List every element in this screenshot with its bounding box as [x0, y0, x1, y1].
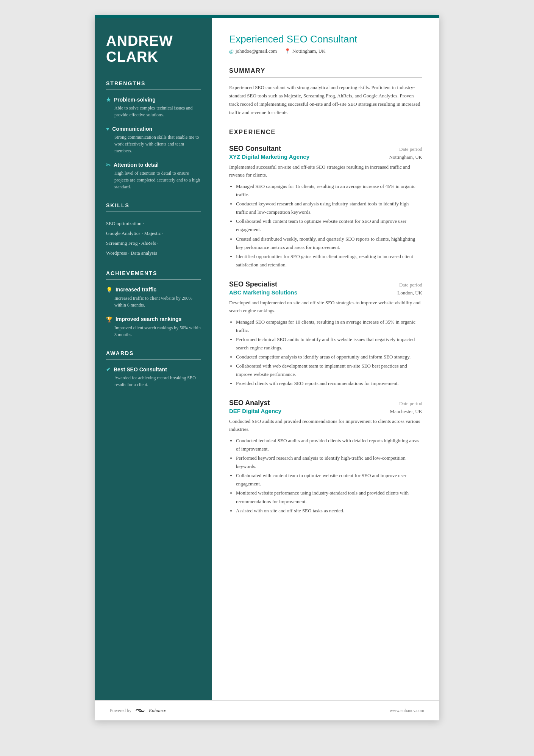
strengths-divider: [106, 89, 201, 90]
job-2-title: SEO Specialist: [229, 280, 277, 288]
job-2-header: SEO Specialist Date period: [229, 280, 422, 288]
email-icon: @: [229, 48, 234, 54]
job-1-bullets: Managed SEO campaigns for 15 clients, re…: [229, 182, 422, 269]
contact-row: @ johndoe@gmail.com 📍 Nottingham, UK: [229, 48, 422, 54]
job-3: SEO Analyst Date period DEF Digital Agen…: [229, 399, 422, 515]
job-1-intro: Implemented successful on-site and off-s…: [229, 163, 422, 179]
strength-desc-1: Able to solve complex technical issues a…: [106, 105, 201, 118]
strengths-section-title: STRENGTHS: [106, 80, 201, 86]
skills-section-title: SKILLS: [106, 202, 201, 208]
contact-email: @ johndoe@gmail.com: [229, 48, 277, 54]
achievement-item-1: 💡 Increased traffic Increased traffic to…: [106, 286, 201, 308]
job-2-company: ABC Marketing Solutions: [229, 289, 297, 296]
job-2-intro: Developed and implemented on-site and of…: [229, 299, 422, 315]
brand-name: Enhancv: [149, 707, 166, 714]
job-3-company-row: DEF Digital Agency Manchester, UK: [229, 408, 422, 415]
job-3-location: Manchester, UK: [390, 409, 422, 415]
skill-1: SEO optimization ·: [106, 219, 201, 229]
strength-desc-2: Strong communication skills that enable …: [106, 134, 201, 154]
job-1-location: Nottingham, UK: [389, 154, 422, 160]
achievement-desc-1: Increased traffic to client website by 2…: [106, 295, 201, 308]
contact-location: 📍 Nottingham, UK: [284, 48, 325, 54]
strength-title-2: ♥ Communication: [106, 126, 201, 132]
skill-3: Screaming Frog · AhRefs ·: [106, 238, 201, 248]
checkmark-icon: ✔: [106, 366, 111, 373]
job-3-bullets: Conducted technical SEO audits and provi…: [229, 437, 422, 515]
job-2-bullet-3: Conducted competitor analysis to identif…: [236, 353, 422, 361]
resume-wrapper: ANDREWCLARK STRENGTHS ★ Problem-solving …: [95, 15, 439, 720]
job-2: SEO Specialist Date period ABC Marketing…: [229, 280, 422, 388]
achievement-label-2: Improved search rankings: [116, 316, 181, 322]
job-1-bullet-2: Conducted keyword research and analysis …: [236, 200, 422, 216]
job-3-title: SEO Analyst: [229, 399, 270, 407]
experience-section-title: EXPERIENCE: [229, 129, 422, 136]
candidate-name: ANDREWCLARK: [106, 33, 201, 65]
job-3-date: Date period: [399, 401, 422, 407]
job-3-bullet-2: Performed keyword research and analysis …: [236, 454, 422, 471]
achievements-divider: [106, 279, 201, 280]
job-2-bullets: Managed SEO campaigns for 10 clients, re…: [229, 318, 422, 388]
main-content: Experienced SEO Consultant @ johndoe@gma…: [212, 18, 439, 700]
enhancv-logo-icon: [134, 707, 146, 714]
job-2-bullet-5: Provided clients with regular SEO report…: [236, 379, 422, 388]
award-title-1: ✔ Best SEO Consultant: [106, 366, 201, 373]
strength-desc-3: High level of attention to detail to ens…: [106, 170, 201, 190]
job-3-header: SEO Analyst Date period: [229, 399, 422, 407]
skill-4: Wordpress · Data analysis: [106, 248, 201, 258]
job-1-company: XYZ Digital Marketing Agency: [229, 153, 309, 160]
strength-label-1: Problem-solving: [114, 97, 156, 103]
job-3-bullet-3: Collaborated with content team to optimi…: [236, 471, 422, 488]
strength-label-3: Attention to detail: [114, 162, 159, 168]
strength-label-2: Communication: [112, 126, 152, 132]
footer-url: www.enhancv.com: [390, 708, 424, 714]
awards-divider: [106, 359, 201, 360]
strength-item-1: ★ Problem-solving Able to solve complex …: [106, 97, 201, 118]
award-desc-1: Awarded for achieving record-breaking SE…: [106, 374, 201, 388]
job-1-bullet-5: Identified opportunities for SEO gains w…: [236, 252, 422, 269]
summary-divider: [229, 77, 422, 78]
job-2-bullet-1: Managed SEO campaigns for 10 clients, re…: [236, 318, 422, 335]
strength-item-3: ✂ Attention to detail High level of atte…: [106, 162, 201, 190]
job-3-bullet-1: Conducted technical SEO audits and provi…: [236, 437, 422, 453]
job-title: Experienced SEO Consultant: [229, 33, 422, 45]
award-label-1: Best SEO Consultant: [114, 366, 167, 373]
job-2-location: London, UK: [397, 290, 422, 296]
top-bar-accent: [95, 15, 439, 18]
resume-body: ANDREWCLARK STRENGTHS ★ Problem-solving …: [95, 18, 439, 700]
skills-list: SEO optimization · Google Analytics · Ma…: [106, 219, 201, 258]
job-3-bullet-5: Assisted with on-site and off-site SEO t…: [236, 507, 422, 515]
strength-item-2: ♥ Communication Strong communication ski…: [106, 126, 201, 154]
email-text: johndoe@gmail.com: [236, 48, 277, 54]
job-3-company: DEF Digital Agency: [229, 408, 281, 414]
job-1-date: Date period: [399, 146, 422, 152]
experience-divider: [229, 139, 422, 139]
location-text: Nottingham, UK: [292, 48, 325, 54]
job-2-company-row: ABC Marketing Solutions London, UK: [229, 289, 422, 296]
star-icon: ★: [106, 97, 111, 103]
job-2-bullet-4: Collaborated with web development team t…: [236, 362, 422, 379]
achievement-desc-2: Improved client search rankings by 50% w…: [106, 324, 201, 338]
achievement-item-2: 🏆 Improved search rankings Improved clie…: [106, 316, 201, 338]
job-2-date: Date period: [399, 282, 422, 288]
achievement-label-1: Increased traffic: [116, 286, 156, 293]
awards-section-title: AWARDS: [106, 350, 201, 356]
skill-2: Google Analytics · Majestic ·: [106, 229, 201, 238]
sidebar: ANDREWCLARK STRENGTHS ★ Problem-solving …: [95, 18, 212, 700]
job-1-company-row: XYZ Digital Marketing Agency Nottingham,…: [229, 153, 422, 160]
scissors-icon: ✂: [106, 162, 111, 168]
location-icon: 📍: [284, 48, 290, 54]
award-item-1: ✔ Best SEO Consultant Awarded for achiev…: [106, 366, 201, 388]
achievements-section-title: ACHIEVEMENTS: [106, 270, 201, 276]
job-1-header: SEO Consultant Date period: [229, 145, 422, 153]
footer: Powered by Enhancv www.enhancv.com: [95, 700, 439, 720]
powered-by-label: Powered by: [110, 708, 131, 714]
job-1-bullet-4: Created and distributed weekly, monthly,…: [236, 235, 422, 252]
strength-title-1: ★ Problem-solving: [106, 97, 201, 103]
lightbulb-icon: 💡: [106, 287, 112, 293]
job-3-bullet-4: Monitored website performance using indu…: [236, 489, 422, 506]
skills-divider: [106, 211, 201, 212]
job-1-title: SEO Consultant: [229, 145, 281, 153]
job-2-bullet-2: Performed technical SEO audits to identi…: [236, 335, 422, 352]
summary-section-title: SUMMARY: [229, 67, 422, 74]
job-3-intro: Conducted SEO audits and provided recomm…: [229, 418, 422, 434]
